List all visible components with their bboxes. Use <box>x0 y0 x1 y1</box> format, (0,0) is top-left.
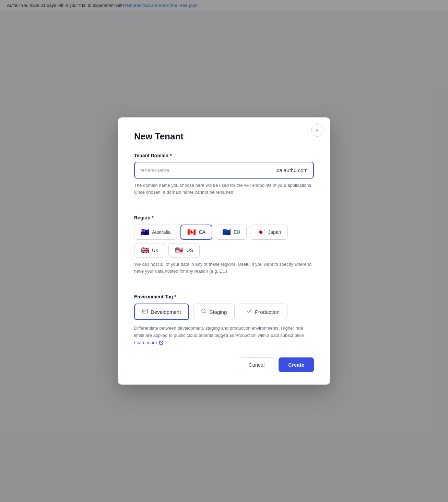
domain-suffix: .ca.auth0.com <box>270 162 313 178</box>
region-btn-uk[interactable]: 🇬🇧 UK <box>134 243 165 258</box>
region-btn-australia[interactable]: 🇦🇺 Australia <box>134 225 177 240</box>
divider-2 <box>134 284 314 284</box>
japan-flag: 🇯🇵 <box>257 229 265 236</box>
us-flag: 🇺🇸 <box>175 247 184 254</box>
modal-container: × New Tenant Tenant Domain * .ca.auth0.c… <box>118 117 330 384</box>
tenant-domain-hint: The domain name you choose here will be … <box>134 182 314 195</box>
external-link-icon <box>159 341 163 345</box>
staging-label: Staging <box>209 309 227 315</box>
close-button[interactable]: × <box>311 124 323 137</box>
uk-label: UK <box>152 248 158 253</box>
ca-flag: 🇨🇦 <box>187 229 196 236</box>
japan-label: Japan <box>268 229 281 235</box>
region-btn-us[interactable]: 🇺🇸 US <box>168 243 199 258</box>
domain-input-wrapper: .ca.auth0.com <box>134 162 314 179</box>
development-icon <box>142 308 148 315</box>
environment-label: Environment Tag * <box>134 294 314 299</box>
env-btn-production[interactable]: Production <box>239 304 287 320</box>
production-label: Production <box>255 309 280 315</box>
uk-flag: 🇬🇧 <box>141 247 149 254</box>
region-btn-eu[interactable]: 🇪🇺 EU <box>216 225 247 240</box>
region-btn-ca[interactable]: 🇨🇦 CA <box>180 225 212 240</box>
create-button[interactable]: Create <box>279 357 314 372</box>
modal-title: New Tenant <box>134 131 314 142</box>
env-btn-staging[interactable]: Staging <box>193 304 235 320</box>
divider-1 <box>134 205 314 205</box>
region-section: Region * 🇦🇺 Australia 🇨🇦 CA 🇪🇺 EU 🇯🇵 <box>134 215 314 274</box>
modal-footer: Cancel Create <box>134 357 314 372</box>
staging-icon <box>201 308 207 315</box>
australia-label: Australia <box>152 229 170 235</box>
environment-hint: Differentiate between development, stagi… <box>134 325 314 346</box>
learn-more-link[interactable]: Learn more <box>134 340 163 345</box>
region-btn-japan[interactable]: 🇯🇵 Japan <box>250 225 287 240</box>
modal-overlay: × New Tenant Tenant Domain * .ca.auth0.c… <box>0 0 448 502</box>
eu-flag: 🇪🇺 <box>222 229 231 236</box>
region-label: Region * <box>134 215 314 220</box>
development-label: Development <box>151 309 181 315</box>
tenant-domain-input[interactable] <box>135 162 270 178</box>
env-options: Development Staging <box>134 304 314 320</box>
svg-line-3 <box>161 341 163 343</box>
environment-section: Environment Tag * Development <box>134 294 314 346</box>
us-label: US <box>186 248 193 253</box>
region-options: 🇦🇺 Australia 🇨🇦 CA 🇪🇺 EU 🇯🇵 Japan 🇬🇧 <box>134 225 314 258</box>
ca-label: CA <box>199 229 205 235</box>
australia-flag: 🇦🇺 <box>141 229 149 236</box>
svg-line-2 <box>205 312 206 313</box>
env-btn-development[interactable]: Development <box>134 304 189 320</box>
eu-label: EU <box>234 229 240 235</box>
region-hint: We can host all of your data in any of t… <box>134 261 314 274</box>
tenant-domain-label: Tenant Domain * <box>134 153 314 158</box>
cancel-button[interactable]: Cancel <box>239 357 275 372</box>
production-icon <box>247 308 252 315</box>
tenant-domain-section: Tenant Domain * .ca.auth0.com The domain… <box>134 153 314 195</box>
